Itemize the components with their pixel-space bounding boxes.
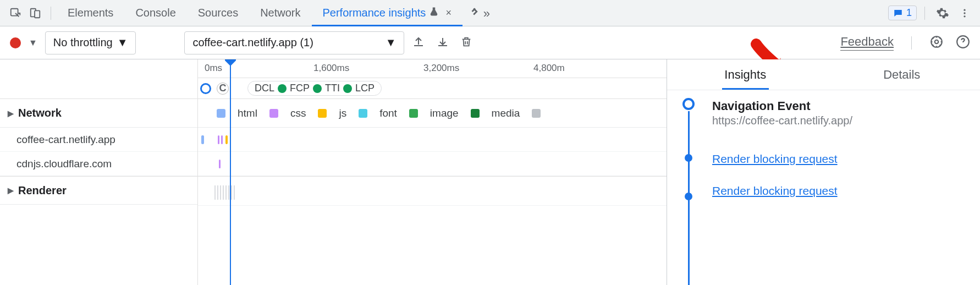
legend-swatch-icon	[269, 109, 278, 118]
chevron-right-icon: ▶	[8, 109, 14, 118]
event-dot-icon[interactable]	[685, 154, 692, 162]
main-content: ▶ Network coffee-cart.netlify.app cdnjs.…	[0, 59, 980, 285]
insight-link[interactable]: Render blocking request	[712, 184, 969, 198]
delete-icon[interactable]	[460, 35, 472, 50]
insight-link[interactable]: Render blocking request	[712, 152, 969, 166]
chevron-down-icon: ▼	[117, 36, 128, 49]
separator	[51, 7, 51, 20]
import-icon[interactable]	[436, 35, 449, 50]
svg-rect-2	[35, 10, 40, 18]
marker-dot-icon	[278, 84, 287, 93]
svg-point-6	[935, 40, 939, 44]
separator	[911, 36, 912, 50]
tab-console[interactable]: Console	[124, 0, 186, 26]
svg-point-3	[964, 9, 965, 10]
marker-pill[interactable]: DCL FCP TTI LCP	[247, 81, 382, 96]
perf-toolbar: ▼ No throttling ▼ coffee-cart.netlify.ap…	[0, 26, 980, 59]
overflow-tabs-icon[interactable]: »	[463, 6, 497, 21]
event-dot-icon[interactable]	[685, 193, 692, 200]
legend-swatch-icon	[217, 109, 225, 118]
chevron-down-icon: ▼	[386, 36, 397, 49]
legend-swatch-icon	[471, 109, 480, 118]
event-node-icon[interactable]	[682, 98, 695, 110]
time-ruler[interactable]: 0ms 1,600ms 3,200ms 4,800m	[198, 59, 667, 78]
resource-legend: html css js font image media	[198, 99, 667, 128]
timeline-renderer-row[interactable]	[198, 176, 667, 206]
svg-point-5	[964, 15, 965, 17]
tab-details[interactable]: Details	[824, 59, 981, 90]
network-origin-row[interactable]: coffee-cart.netlify.app	[0, 128, 197, 152]
throttling-select[interactable]: No throttling ▼	[45, 31, 136, 54]
chevron-right-icon: ▶	[8, 186, 14, 195]
devtools-topbar: Elements Console Sources Network Perform…	[0, 0, 980, 26]
close-icon[interactable]: ×	[445, 7, 452, 19]
legend-swatch-icon	[359, 109, 367, 118]
separator	[924, 7, 925, 20]
perf-settings-icon[interactable]	[929, 35, 944, 51]
inspect-element-icon[interactable]	[5, 3, 25, 23]
help-icon[interactable]	[956, 35, 970, 51]
legend-swatch-icon	[318, 109, 327, 118]
timeline-network-row[interactable]	[198, 152, 667, 176]
issues-badge[interactable]: 1	[888, 6, 917, 20]
legend-swatch-icon	[409, 109, 418, 118]
marker-dot-icon	[313, 84, 322, 93]
tab-sources[interactable]: Sources	[187, 0, 249, 26]
flask-icon	[429, 7, 439, 19]
device-toolbar-icon[interactable]	[25, 3, 45, 23]
markers-row: C DCL FCP TTI LCP	[198, 78, 667, 99]
network-origin-row[interactable]: cdnjs.cloudflare.com	[0, 152, 197, 176]
tab-performance-insights[interactable]: Performance insights ×	[312, 0, 463, 26]
legend-swatch-icon	[532, 109, 541, 118]
nav-start-marker[interactable]	[200, 83, 211, 94]
insights-body: Navigation Event https://coffee-cart.net…	[667, 90, 980, 266]
section-network[interactable]: ▶ Network	[0, 99, 197, 128]
recording-select[interactable]: coffee-cart.netlify.app (1) ▼	[184, 31, 404, 54]
svg-point-4	[964, 12, 965, 14]
right-tabs: Insights Details	[667, 59, 980, 90]
marker-circle[interactable]: C	[217, 83, 229, 95]
timeline-area[interactable]: 0ms 1,600ms 3,200ms 4,800m C DCL FCP TTI…	[198, 59, 667, 285]
nav-event-url: https://coffee-cart.netlify.app/	[712, 114, 969, 127]
devtools-tabs: Elements Console Sources Network Perform…	[57, 0, 888, 26]
record-options-caret[interactable]: ▼	[29, 38, 37, 48]
playhead[interactable]	[230, 59, 231, 285]
timeline-network-row[interactable]	[198, 128, 667, 152]
left-panel: ▶ Network coffee-cart.netlify.app cdnjs.…	[0, 59, 198, 285]
tab-insights[interactable]: Insights	[667, 59, 824, 90]
kebab-menu-icon[interactable]	[955, 3, 975, 23]
issues-count: 1	[906, 7, 912, 19]
tab-elements[interactable]: Elements	[57, 0, 124, 26]
record-button[interactable]	[10, 37, 21, 48]
nav-event-title: Navigation Event	[712, 99, 969, 113]
tab-network[interactable]: Network	[249, 0, 311, 26]
section-renderer[interactable]: ▶ Renderer	[0, 176, 197, 205]
marker-dot-icon	[343, 84, 352, 93]
feedback-link[interactable]: Feedback	[840, 35, 894, 51]
export-icon[interactable]	[412, 35, 425, 50]
right-panel: Insights Details Navigation Event https:…	[667, 59, 980, 285]
settings-gear-icon[interactable]	[933, 3, 953, 23]
